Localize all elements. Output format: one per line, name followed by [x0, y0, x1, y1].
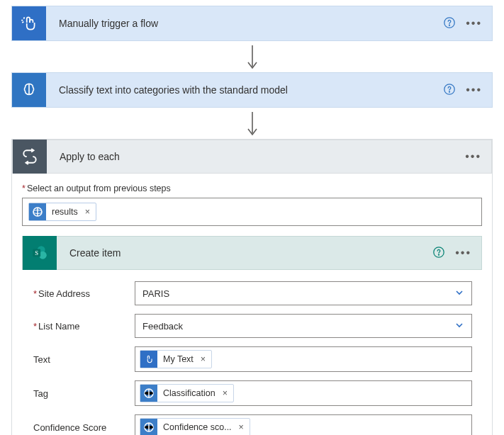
help-icon[interactable] — [443, 16, 456, 31]
list-name-select[interactable]: Feedback — [135, 314, 472, 338]
svg-point-1 — [449, 25, 450, 26]
token-confidence[interactable]: Confidence sco... × — [140, 418, 250, 435]
token-results[interactable]: results × — [28, 203, 96, 221]
chevron-down-icon — [454, 320, 464, 332]
trigger-title: Manually trigger a flow — [46, 18, 443, 29]
arrow-connector — [11, 44, 493, 72]
output-select-label: *Select an output from previous steps — [22, 183, 482, 193]
text-input[interactable]: My Text × — [135, 346, 472, 372]
help-icon[interactable] — [443, 83, 456, 98]
token-remove-icon[interactable]: × — [223, 388, 228, 398]
svg-point-5 — [449, 91, 450, 92]
token-remove-icon[interactable]: × — [239, 422, 244, 432]
brain-icon — [12, 73, 46, 107]
sharepoint-icon: S — [23, 236, 57, 270]
text-label: Text — [32, 354, 135, 365]
confidence-label: Confidence Score — [32, 422, 135, 433]
classify-header[interactable]: Classify text into categories with the s… — [12, 73, 492, 107]
ai-token-icon — [29, 203, 46, 220]
site-address-label: *Site Address — [32, 288, 135, 299]
more-icon[interactable]: ••• — [464, 81, 483, 99]
token-my-text[interactable]: My Text × — [140, 350, 212, 368]
more-icon[interactable]: ••• — [454, 244, 473, 262]
ai-token-icon — [140, 419, 157, 435]
touch-token-icon — [140, 351, 157, 368]
more-icon[interactable]: ••• — [464, 147, 483, 166]
classify-title: Classify text into categories with the s… — [46, 84, 443, 96]
tag-label: Tag — [32, 388, 135, 399]
apply-to-each-body: *Select an output from previous steps re… — [12, 174, 492, 435]
token-classification[interactable]: Classification × — [140, 384, 234, 402]
token-label: Confidence sco... — [163, 422, 232, 432]
apply-to-each-header[interactable]: Apply to each ••• — [12, 140, 492, 174]
create-item-title: Create item — [57, 247, 432, 259]
arrow-connector — [11, 111, 493, 139]
more-icon[interactable]: ••• — [464, 14, 483, 33]
loop-icon — [13, 140, 47, 174]
chevron-down-icon — [454, 288, 464, 300]
token-label: Classification — [163, 388, 215, 398]
list-name-value: Feedback — [142, 321, 183, 332]
apply-to-each-card: Apply to each ••• *Select an output from… — [11, 139, 493, 435]
token-label: My Text — [163, 354, 194, 364]
touch-icon — [12, 6, 46, 40]
help-icon[interactable] — [432, 246, 445, 261]
row-tag: Tag Classification × — [32, 380, 472, 406]
output-select-input[interactable]: results × — [22, 198, 482, 226]
create-item-body: *Site Address PARIS *List Name Feedback — [22, 270, 482, 435]
token-remove-icon[interactable]: × — [201, 354, 206, 364]
trigger-header[interactable]: Manually trigger a flow ••• — [12, 6, 492, 40]
token-remove-icon[interactable]: × — [85, 207, 90, 217]
confidence-input[interactable]: Confidence sco... × — [135, 414, 472, 435]
ai-token-icon — [140, 385, 157, 402]
row-list-name: *List Name Feedback — [32, 314, 472, 338]
svg-text:S: S — [35, 249, 38, 256]
svg-point-15 — [439, 254, 439, 255]
create-item-card: S Create item ••• *Site Address PARIS — [22, 236, 482, 435]
row-site-address: *Site Address PARIS — [32, 281, 472, 305]
apply-to-each-title: Apply to each — [47, 151, 464, 162]
create-item-header[interactable]: S Create item ••• — [22, 236, 482, 270]
site-address-select[interactable]: PARIS — [135, 281, 472, 305]
row-confidence: Confidence Score Confidence sco... × — [32, 414, 472, 435]
trigger-card[interactable]: Manually trigger a flow ••• — [11, 6, 493, 41]
site-address-value: PARIS — [142, 288, 169, 299]
row-text: Text My Text × — [32, 346, 472, 372]
token-label: results — [52, 207, 78, 217]
list-name-label: *List Name — [32, 321, 135, 332]
classify-card[interactable]: Classify text into categories with the s… — [11, 72, 493, 108]
tag-input[interactable]: Classification × — [135, 380, 472, 406]
